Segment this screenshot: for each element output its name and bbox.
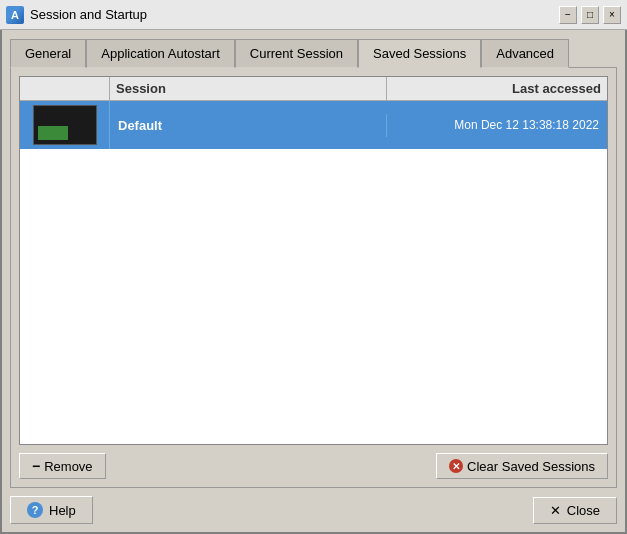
tab-general[interactable]: General: [10, 39, 86, 68]
session-thumbnail: [33, 105, 97, 145]
col-header-last-accessed: Last accessed: [387, 77, 607, 100]
help-button[interactable]: ? Help: [10, 496, 93, 524]
tab-saved-sessions[interactable]: Saved Sessions: [358, 39, 481, 68]
session-table: Session Last accessed Default Mon Dec 12…: [19, 76, 608, 445]
tab-advanced[interactable]: Advanced: [481, 39, 569, 68]
app-icon: A: [6, 6, 24, 24]
session-toolbar: − Remove ✕ Clear Saved Sessions: [19, 453, 608, 479]
close-button[interactable]: ✕ Close: [533, 497, 617, 524]
thumbnail-detail: [38, 126, 68, 140]
tab-bar: General Application Autostart Current Se…: [10, 38, 617, 67]
window-close-button[interactable]: ×: [603, 6, 621, 24]
titlebar-controls: − □ ×: [559, 6, 621, 24]
clear-saved-sessions-button[interactable]: ✕ Clear Saved Sessions: [436, 453, 608, 479]
titlebar-left: A Session and Startup: [6, 6, 147, 24]
cell-session-name: Default: [110, 114, 387, 137]
minus-icon: −: [32, 458, 40, 474]
main-window: General Application Autostart Current Se…: [0, 30, 627, 534]
x-circle-icon: ✕: [449, 459, 463, 473]
table-body: Default Mon Dec 12 13:38:18 2022: [20, 101, 607, 444]
maximize-button[interactable]: □: [581, 6, 599, 24]
close-icon: ✕: [550, 503, 561, 518]
window-title: Session and Startup: [30, 7, 147, 22]
footer: ? Help ✕ Close: [10, 496, 617, 524]
tab-current-session[interactable]: Current Session: [235, 39, 358, 68]
col-header-thumbnail: [20, 77, 110, 100]
table-row[interactable]: Default Mon Dec 12 13:38:18 2022: [20, 101, 607, 149]
minimize-button[interactable]: −: [559, 6, 577, 24]
table-header: Session Last accessed: [20, 77, 607, 101]
col-header-session: Session: [110, 77, 387, 100]
cell-thumbnail: [20, 101, 110, 149]
cell-last-accessed: Mon Dec 12 13:38:18 2022: [387, 114, 607, 136]
content-area: Session Last accessed Default Mon Dec 12…: [10, 67, 617, 488]
help-icon: ?: [27, 502, 43, 518]
tab-application-autostart[interactable]: Application Autostart: [86, 39, 235, 68]
titlebar: A Session and Startup − □ ×: [0, 0, 627, 30]
remove-button[interactable]: − Remove: [19, 453, 106, 479]
